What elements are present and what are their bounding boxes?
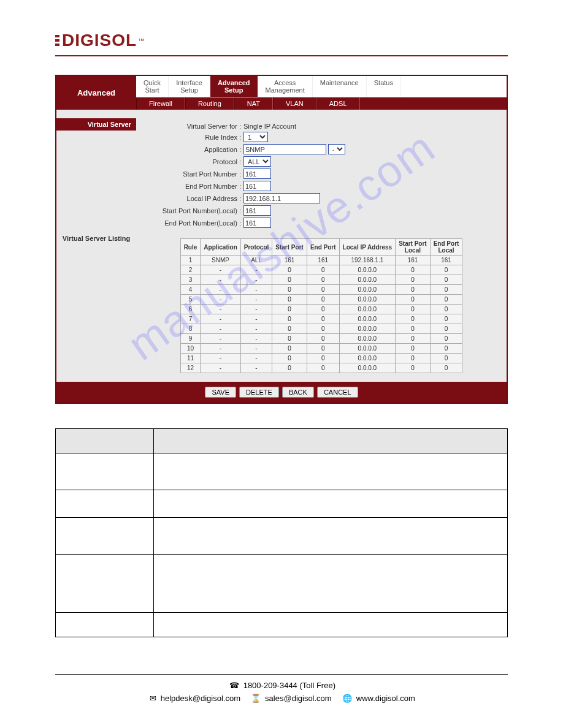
back-button[interactable]: BACK: [282, 387, 314, 398]
col-header: Start Port: [272, 239, 307, 256]
select-application-preset[interactable]: -: [328, 144, 345, 154]
table-row: 7--000.0.0.000: [180, 314, 462, 324]
table-row: 2--000.0.0.000: [180, 265, 462, 275]
table-row: 4--000.0.0.000: [180, 285, 462, 295]
subtab-vlan[interactable]: VLAN: [273, 97, 316, 110]
subtab-routing[interactable]: Routing: [185, 97, 234, 110]
virtual-server-table: RuleApplicationProtocolStart PortEnd Por…: [180, 238, 463, 373]
contact-phone: 1800-209-3444 (Toll Free): [243, 681, 335, 690]
tab-3[interactable]: AccessManagement: [258, 76, 313, 97]
input-application[interactable]: [243, 144, 326, 154]
label-start-port-local: Start Port Number(Local) :: [142, 207, 243, 214]
select-rule-index[interactable]: 1: [243, 132, 268, 142]
save-button[interactable]: SAVE: [205, 387, 236, 398]
sub-tabs: FirewallRoutingNATVLANADSL: [136, 97, 507, 110]
delete-button[interactable]: DELETE: [239, 387, 279, 398]
subtab-nat[interactable]: NAT: [234, 97, 273, 110]
label-rule-index: Rule Index :: [142, 134, 243, 141]
table-row: 10--000.0.0.000: [180, 344, 462, 354]
cancel-button[interactable]: CANCEL: [317, 387, 358, 398]
tab-0[interactable]: QuickStart: [136, 76, 169, 97]
subtab-adsl[interactable]: ADSL: [316, 97, 360, 110]
label-local-ip: Local IP Address :: [142, 195, 243, 202]
col-header: Start PortLocal: [396, 239, 431, 256]
label-protocol: Protocol :: [142, 158, 243, 165]
contact-web: www.digisol.com: [356, 694, 415, 703]
subtab-firewall[interactable]: Firewall: [136, 97, 185, 110]
label-start-port: Start Port Number :: [142, 170, 243, 178]
section-vs-listing: Virtual Server Listing: [56, 232, 136, 245]
nav-category-advanced: Advanced: [56, 76, 136, 110]
logo-text: DIGISOL: [62, 31, 137, 50]
label-end-port-local: End Port Number(Local) :: [142, 219, 243, 227]
tab-4[interactable]: Maintenance: [313, 76, 367, 97]
table-row: 5--000.0.0.000: [180, 295, 462, 305]
table-row: 6--000.0.0.000: [180, 305, 462, 314]
button-bar: SAVE DELETE BACK CANCEL: [56, 382, 507, 403]
table-row: 3--000.0.0.000: [180, 275, 462, 285]
router-ui: Advanced QuickStartInterfaceSetupAdvance…: [55, 75, 508, 404]
col-header: Protocol: [240, 239, 272, 256]
col-header: End Port: [307, 239, 339, 256]
table-row: 12--000.0.0.000: [180, 363, 462, 373]
label-application: Application :: [142, 146, 243, 153]
table-row: 9--000.0.0.000: [180, 334, 462, 344]
table-row: 1SNMPALL161161192.168.1.1161161: [180, 256, 462, 265]
select-protocol[interactable]: ALL: [243, 156, 271, 167]
contact-footer: ☎ 1800-209-3444 (Toll Free) ✉ helpdesk@d…: [55, 680, 508, 705]
logo-tm: ™: [138, 37, 145, 44]
col-header: End PortLocal: [430, 239, 462, 256]
globe-icon: 🌐: [342, 692, 352, 705]
input-start-port[interactable]: [243, 169, 271, 179]
label-end-port: End Port Number :: [142, 183, 243, 190]
col-header: Application: [201, 239, 240, 256]
input-end-port-local[interactable]: [243, 218, 271, 228]
divider: [55, 55, 508, 56]
hourglass-icon: ⌛: [251, 692, 261, 705]
tab-2[interactable]: AdvancedSetup: [210, 76, 258, 97]
contact-helpdesk: helpdesk@digisol.com: [161, 694, 240, 703]
col-header: Rule: [180, 239, 201, 256]
phone-icon: ☎: [229, 680, 239, 692]
footer-divider: [55, 674, 508, 675]
mail-icon: ✉: [150, 692, 156, 705]
col-header: Local IP Address: [339, 239, 396, 256]
input-start-port-local[interactable]: [243, 205, 271, 216]
main-tabs: QuickStartInterfaceSetupAdvancedSetupAcc…: [136, 76, 507, 97]
input-end-port[interactable]: [243, 181, 271, 191]
value-vs-for: Single IP Account: [243, 123, 296, 130]
logo: DIGISOL ™: [55, 31, 508, 50]
tab-5[interactable]: Status: [367, 76, 401, 97]
table-row: 11--000.0.0.000: [180, 354, 462, 363]
section-virtual-server: Virtual Server: [56, 118, 136, 131]
table-row: 8--000.0.0.000: [180, 324, 462, 334]
label-vs-for: Virtual Server for :: [142, 123, 243, 130]
input-local-ip[interactable]: [243, 193, 320, 203]
contact-sales: sales@digisol.com: [265, 694, 332, 703]
parameter-table: [55, 428, 508, 637]
tab-1[interactable]: InterfaceSetup: [169, 76, 210, 97]
